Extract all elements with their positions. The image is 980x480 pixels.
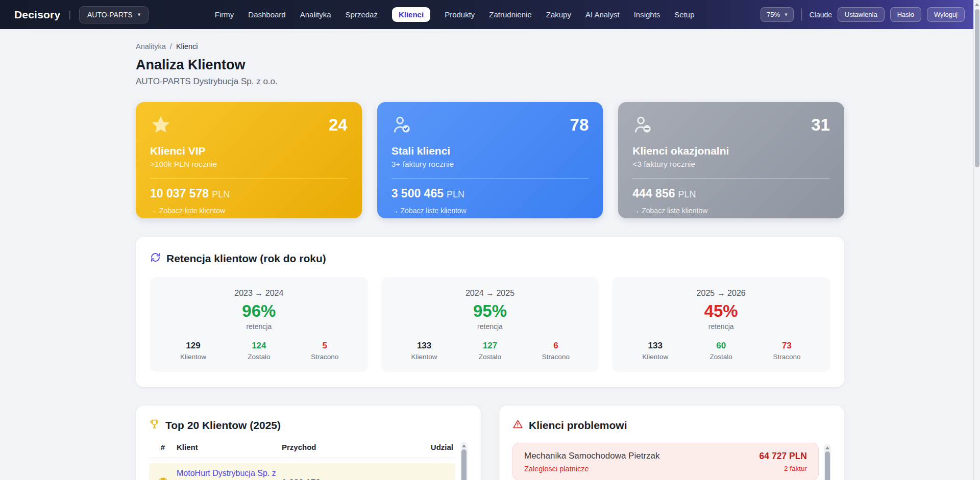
scrollbar-thumb[interactable] [975, 9, 979, 167]
column-client: Klient [177, 443, 282, 451]
table-scrollbar[interactable] [460, 442, 468, 480]
retention-stats: 129 Klientow 124 Zostalo 5 Stracono [160, 341, 358, 361]
segment-currency: PLN [678, 189, 696, 199]
problem-client-amount: 64 727 PLN [760, 451, 807, 462]
top-clients-title: Top 20 Klientow (2025) [165, 419, 281, 432]
segment-amount: 10 037 578PLN [150, 187, 348, 200]
scroll-up-icon[interactable] [462, 444, 466, 447]
nav-item-insights[interactable]: Insights [634, 10, 660, 19]
chevron-down-icon: ▾ [785, 11, 788, 18]
breadcrumb-separator: / [170, 42, 172, 50]
segment-currency: PLN [447, 189, 464, 199]
retention-range: 2024 → 2025 [391, 289, 589, 298]
nav-item-dashboard[interactable]: Dashboard [248, 10, 285, 19]
nav-item-firmy[interactable]: Firmy [215, 10, 234, 19]
stat-kept: 127 Zostalo [457, 341, 523, 361]
column-share: Udzial [369, 443, 455, 451]
retention-panel: Retencja klientow (rok do roku) 2023 → 2… [136, 237, 844, 387]
segment-currency: PLN [212, 189, 230, 199]
stat-clients-label: Klientow [391, 353, 457, 361]
page-content: Analityka / Klienci Analiza Klientow AUT… [136, 29, 844, 480]
scroll-up-icon[interactable] [975, 3, 979, 6]
segment-amount: 3 500 465PLN [391, 187, 589, 200]
user-name: Claude [810, 11, 832, 19]
column-revenue: Przychod [282, 443, 369, 451]
scrollbar-thumb[interactable] [825, 451, 830, 480]
top-clients-table: # Klient Przychod Udzial MotoHurt Dystry… [149, 443, 468, 480]
retention-rate-label: retencja [160, 322, 358, 331]
stat-kept-label: Zostalo [226, 353, 292, 361]
logout-button[interactable]: Wyloguj [927, 7, 965, 22]
segment-view-list-link[interactable]: → Zobacz liste klientow [632, 207, 830, 215]
nav-item-ai-analyst[interactable]: AI Analyst [585, 10, 620, 19]
zoom-select[interactable]: 75% ▾ [761, 7, 794, 22]
problem-clients-list: Mechanika Samochodowa Pietrzak Zaleglosc… [512, 443, 831, 480]
scroll-up-icon[interactable] [825, 446, 829, 449]
nav-item-setup[interactable]: Setup [674, 10, 694, 19]
refresh-icon [150, 252, 161, 265]
top-navbar: Decisory | AUTO-PARTS ▾ FirmyDashboardAn… [0, 0, 980, 29]
problem-client-left: Mechanika Samochodowa Pietrzak Zaleglosc… [524, 451, 660, 473]
segment-criteria: 3+ faktury rocznie [391, 160, 589, 169]
table-row[interactable]: MotoHurt Dystrybucja Sp. z o.o... Warsza… [149, 463, 455, 480]
stat-clients: 133 Klientow [391, 341, 457, 361]
star-icon [150, 114, 172, 136]
stat-kept: 60 Zostalo [688, 341, 754, 361]
segment-card-top: 78 [391, 114, 589, 136]
segment-card[interactable]: 24 Klienci VIP >100k PLN rocznie 10 037 … [136, 102, 362, 218]
stat-kept-value: 60 [688, 341, 754, 351]
divider [801, 9, 802, 21]
breadcrumb-current: Klienci [176, 42, 198, 50]
segment-view-list-link[interactable]: → Zobacz liste klientow [150, 207, 348, 215]
retention-grid: 2023 → 2024 96% retencja 129 Klientow 12… [150, 277, 830, 372]
segment-count: 31 [811, 116, 830, 133]
nav-item-klienci[interactable]: Klienci [392, 7, 430, 22]
segment-title: Klienci VIP [150, 145, 348, 157]
navbar-right: 75% ▾ Claude Ustawienia Hasło Wyloguj [761, 7, 965, 22]
problem-client-item[interactable]: Mechanika Samochodowa Pietrzak Zaleglosc… [512, 443, 819, 480]
page-subtitle: AUTO-PARTS Dystrybucja Sp. z o.o. [136, 77, 844, 87]
stat-lost-label: Stracono [523, 353, 589, 361]
retention-rate: 96% [160, 301, 358, 321]
breadcrumb: Analityka / Klienci [136, 42, 844, 50]
segment-card[interactable]: 78 Stali klienci 3+ faktury rocznie 3 50… [377, 102, 603, 218]
trophy-icon [149, 476, 177, 480]
retention-period-cell: 2024 → 2025 95% retencja 133 Klientow 12… [381, 277, 599, 372]
settings-button[interactable]: Ustawienia [838, 7, 885, 22]
segment-view-list-link[interactable]: → Zobacz liste klientow [391, 207, 589, 215]
list-scrollbar[interactable] [824, 444, 831, 480]
problem-clients-header: Klienci problemowi [512, 419, 831, 432]
column-rank: # [149, 443, 177, 451]
nav-item-sprzedaż[interactable]: Sprzedaż [346, 10, 378, 19]
segment-card[interactable]: 31 Klienci okazjonalni <3 faktury roczni… [618, 102, 844, 218]
top-clients-header: Top 20 Klientow (2025) [149, 419, 468, 432]
top-clients-panel: Top 20 Klientow (2025) # Klient Przychod… [136, 406, 481, 480]
stat-lost-value: 73 [754, 341, 820, 351]
nav-item-analityka[interactable]: Analityka [300, 10, 331, 19]
breadcrumb-parent[interactable]: Analityka [136, 42, 166, 50]
company-selector-label: AUTO-PARTS [87, 11, 133, 19]
segment-card-top: 24 [150, 114, 348, 136]
divider [150, 178, 348, 179]
page-scrollbar[interactable] [973, 0, 980, 480]
stat-lost: 6 Stracono [523, 341, 589, 361]
trophy-icon [149, 419, 160, 432]
segment-criteria: >100k PLN rocznie [150, 160, 348, 169]
client-name-link[interactable]: MotoHurt Dystrybucja Sp. z o.o... [177, 469, 282, 480]
stat-kept-value: 127 [457, 341, 523, 351]
client-cell: MotoHurt Dystrybucja Sp. z o.o... Warsza… [177, 469, 282, 480]
password-button[interactable]: Hasło [890, 7, 921, 22]
nav-item-produkty[interactable]: Produkty [445, 10, 475, 19]
company-selector[interactable]: AUTO-PARTS ▾ [79, 6, 149, 23]
divider: | [68, 9, 71, 20]
problem-client-right: 64 727 PLN 2 faktur [760, 451, 807, 473]
nav-item-zatrudnienie[interactable]: Zatrudnienie [489, 10, 531, 19]
stat-lost-label: Stracono [754, 353, 820, 361]
scrollbar-thumb[interactable] [461, 449, 467, 480]
segment-count: 78 [570, 116, 589, 133]
problem-clients-title: Klienci problemowi [529, 419, 627, 432]
segment-title: Stali klienci [391, 145, 589, 157]
segment-amount-value: 3 500 465 [391, 187, 444, 200]
retention-stats: 133 Klientow 127 Zostalo 6 Stracono [391, 341, 589, 361]
nav-item-zakupy[interactable]: Zakupy [546, 10, 571, 19]
